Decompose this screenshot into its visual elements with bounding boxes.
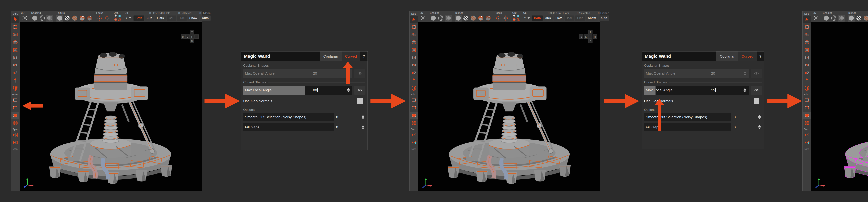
edit-arrow-tool[interactable] bbox=[803, 16, 811, 23]
3d-frame-button[interactable] bbox=[420, 15, 427, 22]
fill-gaps-stepper[interactable] bbox=[362, 123, 364, 131]
max-overall-angle-slider[interactable]: Max Overall Angle 20 bbox=[243, 69, 352, 78]
texture-material-dim-button[interactable] bbox=[485, 15, 492, 22]
texture-checker-button[interactable] bbox=[64, 15, 71, 22]
shading-wire-button[interactable] bbox=[830, 15, 837, 22]
view-front-button[interactable]: F bbox=[588, 34, 592, 39]
view-left-button[interactable]: L bbox=[185, 34, 190, 39]
cage-toggle-button[interactable] bbox=[517, 18, 520, 22]
protect-tool[interactable] bbox=[410, 84, 418, 92]
texture-checker-dim-button[interactable] bbox=[863, 15, 868, 22]
edit-arrow-tool[interactable] bbox=[410, 16, 418, 23]
max-overall-angle-value[interactable]: 20 bbox=[313, 69, 317, 78]
mode-hide-button[interactable]: Hide bbox=[575, 16, 585, 21]
texture-checker-dim-button[interactable] bbox=[470, 15, 477, 22]
tab-curved[interactable]: Curved bbox=[738, 51, 757, 61]
3d-frame-button[interactable] bbox=[21, 15, 28, 22]
up-axis-dropdown[interactable]: Y bbox=[523, 15, 530, 22]
shading-shaded-wire-button[interactable] bbox=[838, 15, 845, 22]
fill-gaps-field[interactable]: Fill Gaps bbox=[243, 123, 334, 131]
light-toggle-button[interactable] bbox=[114, 14, 117, 18]
symmetry-add-tool[interactable] bbox=[11, 139, 19, 146]
shading-solid-button[interactable] bbox=[31, 15, 38, 22]
tab-coplanar[interactable]: Coplanar bbox=[320, 51, 341, 61]
light-toggle-button[interactable] bbox=[513, 14, 516, 18]
focus-all-button[interactable] bbox=[104, 15, 111, 22]
unfold-clamp-tool[interactable] bbox=[803, 54, 811, 61]
3d-viewport[interactable]: T B L F R B bbox=[418, 22, 600, 191]
magic-wand-primitive-tool[interactable] bbox=[11, 112, 19, 119]
shading-shaded-wire-button[interactable] bbox=[445, 15, 452, 22]
tab-coplanar[interactable]: Coplanar bbox=[716, 51, 738, 61]
up-axis-dropdown[interactable]: Y bbox=[125, 15, 132, 22]
3d-viewport[interactable]: T B L F R B bbox=[811, 22, 868, 191]
prim-rect2-tool[interactable] bbox=[11, 104, 19, 111]
pincushion-grid-tool[interactable] bbox=[803, 46, 811, 54]
prim-rect2-tool[interactable] bbox=[410, 104, 418, 111]
max-local-angle-slider[interactable]: Max Local Angle 15 bbox=[644, 85, 749, 95]
symmetry-tool[interactable] bbox=[803, 131, 811, 138]
help-button[interactable]: ? bbox=[360, 51, 368, 61]
max-local-angle-stepper[interactable] bbox=[744, 85, 746, 95]
ellipse-grid-tool[interactable] bbox=[11, 39, 19, 46]
view-right-button[interactable]: R bbox=[194, 34, 198, 39]
x2-density-tool[interactable]: x2 bbox=[410, 69, 418, 77]
texture-checker-button[interactable] bbox=[462, 15, 469, 22]
focus-all-button[interactable] bbox=[502, 15, 509, 22]
shading-solid-button[interactable] bbox=[430, 15, 437, 22]
texture-material-button[interactable] bbox=[79, 15, 86, 22]
view-front-button[interactable]: F bbox=[190, 34, 194, 39]
pincushion-grid-tool[interactable] bbox=[410, 46, 418, 54]
3d-viewport[interactable]: T B L F R B bbox=[20, 22, 202, 191]
fill-gaps-stepper[interactable] bbox=[758, 123, 761, 131]
max-local-angle-input[interactable]: 15 bbox=[711, 85, 716, 95]
sphere-primitive-tool[interactable] bbox=[803, 119, 811, 127]
max-overall-angle-visibility-button[interactable] bbox=[354, 69, 365, 78]
mode-flats-button[interactable]: Flats bbox=[155, 16, 166, 21]
view-back-button[interactable]: B bbox=[579, 34, 584, 39]
x2-density-tool[interactable]: x2 bbox=[11, 69, 19, 77]
symmetry-tool[interactable] bbox=[11, 131, 19, 138]
mode-hide-button[interactable]: Hide bbox=[177, 16, 187, 21]
view-bottom-button[interactable]: B bbox=[190, 39, 194, 43]
shading-wire-button[interactable] bbox=[437, 15, 444, 22]
use-geo-normals-checkbox[interactable] bbox=[357, 98, 363, 104]
smooth-out-field[interactable]: Smooth Out Selection (Noisy Shapes) bbox=[243, 113, 334, 121]
texture-none-button[interactable] bbox=[56, 15, 63, 22]
protect-tool[interactable] bbox=[11, 84, 19, 92]
max-overall-angle-visibility-button[interactable] bbox=[751, 69, 762, 78]
pack-clamp-tool[interactable] bbox=[410, 61, 418, 69]
texture-material-button[interactable] bbox=[477, 15, 484, 22]
cage-toggle-button[interactable] bbox=[118, 18, 121, 22]
max-local-angle-input[interactable]: 80 bbox=[313, 85, 318, 95]
shading-shaded-wire-button[interactable] bbox=[46, 15, 53, 22]
max-overall-angle-stepper[interactable] bbox=[744, 69, 746, 78]
pin-tool[interactable] bbox=[803, 77, 811, 84]
warp-flag-tool[interactable] bbox=[11, 31, 19, 38]
warp-flag-tool[interactable] bbox=[803, 31, 811, 38]
marquee-select-tool[interactable] bbox=[410, 23, 418, 31]
smooth-out-stepper[interactable] bbox=[758, 113, 761, 121]
symmetry-tool[interactable] bbox=[410, 131, 418, 138]
use-geo-normals-checkbox[interactable] bbox=[753, 98, 759, 104]
mode-isolate-button[interactable]: Isol. bbox=[565, 16, 575, 21]
sphere-primitive-tool[interactable] bbox=[11, 119, 19, 127]
seams-toggle-button[interactable] bbox=[513, 18, 516, 22]
max-local-angle-slider[interactable]: Max Local Angle 80 bbox=[243, 85, 352, 95]
pack-clamp-tool[interactable] bbox=[11, 61, 19, 69]
mode-auto-button[interactable]: Auto bbox=[200, 16, 211, 21]
view-bottom-button[interactable]: B bbox=[588, 39, 592, 43]
marquee-select-tool[interactable] bbox=[11, 23, 19, 31]
pincushion-grid-tool[interactable] bbox=[11, 46, 19, 54]
smooth-out-stepper[interactable] bbox=[362, 113, 364, 121]
max-local-angle-stepper[interactable] bbox=[347, 85, 350, 95]
texture-material-dim-button[interactable] bbox=[86, 15, 93, 22]
smooth-out-value[interactable]: 0 bbox=[734, 113, 736, 121]
prim-rect-tool[interactable] bbox=[410, 96, 418, 104]
texture-none-button[interactable] bbox=[455, 15, 462, 22]
marquee-select-tool[interactable] bbox=[803, 23, 811, 31]
protect-tool[interactable] bbox=[803, 84, 811, 92]
view-back-button[interactable]: B bbox=[181, 34, 185, 39]
pin-tool[interactable] bbox=[410, 77, 418, 84]
texture-checker-dim-button[interactable] bbox=[71, 15, 78, 22]
